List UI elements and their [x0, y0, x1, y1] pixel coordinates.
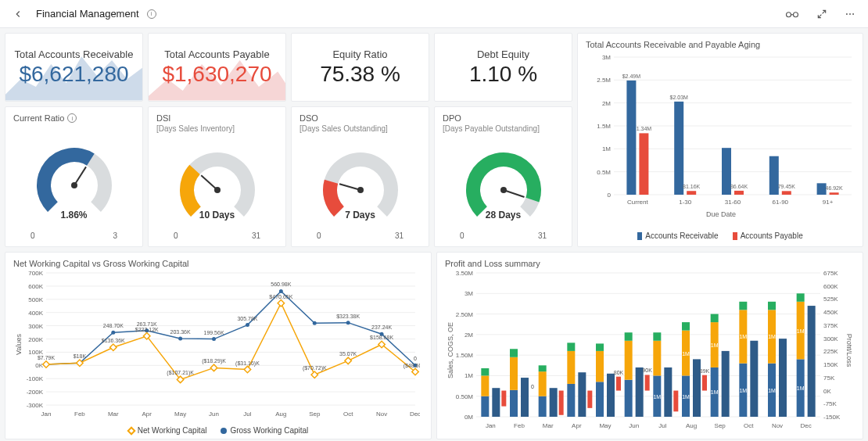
svg-rect-122: [311, 371, 317, 378]
svg-text:0: 0: [414, 356, 417, 361]
svg-text:0: 0: [531, 384, 534, 389]
svg-rect-188: [596, 343, 604, 350]
svg-text:0.5M: 0.5M: [597, 169, 611, 176]
gauge-dso-sub: [Days Sales Outstanding]: [299, 124, 421, 133]
more-icon[interactable]: [840, 5, 860, 23]
svg-text:Aug: Aug: [686, 422, 697, 429]
svg-rect-38: [734, 191, 744, 195]
svg-point-0: [787, 12, 791, 16]
aging-legend-ap: Accounts Payable: [741, 231, 803, 240]
svg-text:0K: 0K: [823, 388, 831, 395]
gauge-dpo-title: DPO: [443, 113, 564, 123]
svg-rect-186: [596, 382, 604, 417]
svg-rect-205: [673, 391, 678, 412]
svg-text:Mar: Mar: [108, 411, 119, 418]
svg-text:560.98K: 560.98K: [271, 281, 291, 287]
svg-point-6: [71, 182, 77, 188]
svg-text:1M: 1M: [711, 389, 719, 395]
svg-point-95: [212, 337, 216, 341]
svg-rect-108: [43, 361, 49, 368]
svg-text:1-30: 1-30: [679, 199, 692, 206]
svg-text:0K: 0K: [35, 362, 43, 369]
svg-text:3.50M: 3.50M: [456, 270, 474, 277]
svg-rect-227: [739, 302, 747, 310]
svg-text:($70.72)K: ($70.72)K: [303, 365, 327, 371]
svg-text:600K: 600K: [823, 283, 838, 290]
nwc-legend-gross: Gross Working Capital: [230, 426, 308, 435]
svg-text:Sales, COGS, OE: Sales, COGS, OE: [447, 322, 454, 378]
svg-text:Sep: Sep: [309, 411, 321, 418]
svg-text:$7.79K: $7.79K: [38, 355, 56, 360]
svg-text:3M: 3M: [602, 54, 611, 61]
nwc-title: Net Working Capital vs Gross Working Cap…: [13, 259, 423, 268]
nwc-legend-net: Net Working Capital: [138, 426, 207, 435]
info-icon[interactable]: i: [67, 113, 77, 123]
svg-text:91+: 91+: [823, 199, 834, 206]
svg-rect-195: [625, 332, 633, 341]
svg-rect-202: [653, 341, 661, 376]
gauge-dsi-title: DSI: [156, 113, 278, 123]
svg-text:-300K: -300K: [27, 402, 44, 409]
aging-legend: Accounts Receivable Accounts Payable: [586, 231, 855, 240]
svg-rect-174: [539, 396, 547, 417]
svg-rect-181: [567, 351, 575, 384]
svg-rect-124: [345, 357, 351, 364]
svg-rect-170: [521, 378, 529, 417]
kpi-de: Debt Equity 1.10 %: [434, 33, 572, 102]
svg-text:305.78K: 305.78K: [237, 316, 257, 321]
svg-rect-203: [653, 332, 661, 341]
svg-text:-100K: -100K: [27, 375, 44, 382]
svg-rect-162: [481, 375, 489, 396]
svg-text:Oct: Oct: [343, 411, 353, 418]
svg-text:1M: 1M: [682, 351, 690, 357]
svg-text:Feb: Feb: [514, 422, 525, 429]
svg-text:-150K: -150K: [823, 414, 841, 421]
svg-text:1.34M: 1.34M: [637, 126, 652, 131]
svg-text:1M: 1M: [739, 388, 747, 393]
svg-text:375K: 375K: [823, 322, 838, 329]
svg-line-9: [339, 184, 360, 190]
glasses-icon[interactable]: [780, 5, 804, 23]
svg-text:3M: 3M: [464, 290, 473, 297]
gauge-dso-max: 31: [395, 231, 404, 240]
svg-rect-234: [768, 302, 776, 310]
kpi-de-value: 1.10 %: [469, 62, 537, 87]
info-icon[interactable]: i: [147, 9, 156, 19]
svg-rect-176: [539, 365, 547, 371]
svg-text:Jul: Jul: [243, 411, 251, 418]
svg-text:1M: 1M: [797, 385, 805, 391]
gauge-dsi-max: 31: [252, 231, 260, 240]
svg-text:263.71K: 263.71K: [137, 321, 157, 327]
svg-text:Dec: Dec: [410, 411, 420, 418]
svg-text:675K: 675K: [823, 270, 838, 277]
svg-line-11: [504, 190, 524, 197]
svg-point-93: [178, 336, 182, 340]
gauge-dsi-sub: [Days Sales Inventory]: [156, 124, 278, 133]
svg-text:Sep: Sep: [715, 422, 726, 429]
svg-text:1M: 1M: [602, 145, 611, 152]
svg-text:199.56K: 199.56K: [203, 330, 224, 335]
svg-text:Apr: Apr: [142, 411, 152, 418]
svg-text:2M: 2M: [464, 332, 473, 339]
svg-text:Due Date: Due Date: [706, 210, 736, 218]
svg-text:Aug: Aug: [275, 411, 286, 418]
gauge-dso: DSO [Days Sales Outstanding] 7 Days 031: [291, 106, 429, 247]
svg-text:($107.21)K: ($107.21)K: [167, 370, 194, 376]
svg-text:150K: 150K: [823, 361, 838, 368]
expand-icon[interactable]: [812, 5, 832, 23]
svg-text:Oct: Oct: [744, 422, 754, 429]
back-icon[interactable]: [8, 5, 28, 23]
svg-text:450K: 450K: [823, 309, 838, 316]
svg-rect-228: [750, 341, 758, 417]
svg-point-3: [849, 13, 851, 15]
svg-text:81.16K: 81.16K: [683, 184, 701, 189]
svg-rect-177: [550, 388, 558, 417]
svg-text:$2.49M: $2.49M: [622, 74, 641, 79]
svg-rect-178: [559, 391, 564, 415]
svg-text:Current: Current: [627, 199, 648, 206]
svg-point-8: [214, 187, 221, 193]
svg-text:203.36K: 203.36K: [170, 329, 191, 335]
gauge-cr-min: 0: [30, 231, 35, 240]
svg-point-10: [357, 187, 364, 193]
svg-point-97: [246, 323, 249, 327]
